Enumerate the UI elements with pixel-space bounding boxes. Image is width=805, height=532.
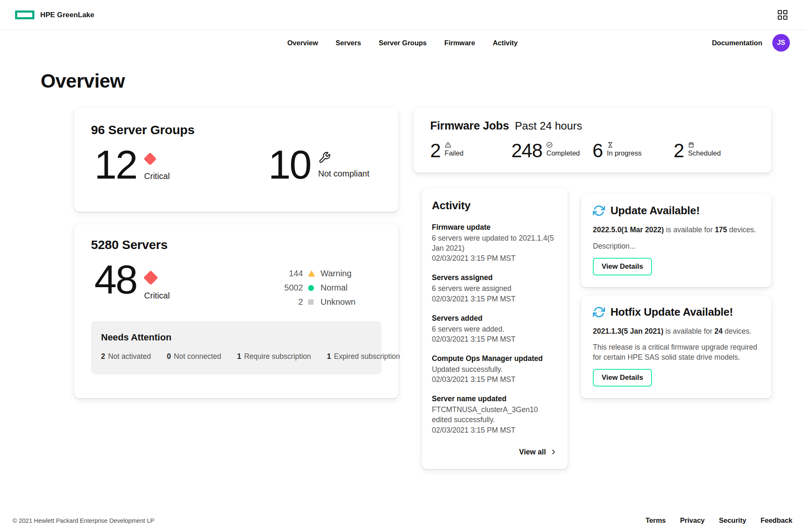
- critical-diamond-icon: [143, 270, 158, 285]
- refresh-icon: [593, 205, 605, 217]
- app-launcher-grid-icon[interactable]: [776, 8, 789, 21]
- activity-item-title: Compute Ops Manager updated: [432, 354, 558, 363]
- activity-card: Activity Firmware update 6 servers were …: [422, 188, 568, 469]
- scheduled-jobs-stat: 2 Scheduled: [674, 141, 755, 160]
- expired-subscription-stat: 1Expired subscription: [327, 352, 400, 361]
- chevron-right-icon: [550, 449, 557, 455]
- page-title: Overview: [41, 70, 771, 92]
- documentation-link[interactable]: Documentation: [712, 39, 762, 47]
- main-nav: Overview Servers Server Groups Firmware …: [0, 30, 805, 55]
- needs-attention-panel: Needs Attention 2Not activated 0Not conn…: [91, 321, 382, 374]
- grid-square-icon: [783, 16, 787, 20]
- hotfix-device-count: 24: [714, 327, 722, 335]
- nav-tab-overview[interactable]: Overview: [287, 39, 318, 47]
- feedback-link[interactable]: Feedback: [761, 516, 792, 524]
- nav-tab-activity[interactable]: Activity: [493, 39, 518, 47]
- update-availability-line: 2022.5.0(1 Mar 2022) is available for 17…: [593, 225, 760, 235]
- require-subscription-label: Require subscription: [244, 352, 311, 361]
- firmware-jobs-card: Firmware Jobs Past 24 hours 2 Failed 248: [413, 108, 771, 173]
- activity-item-timestamp: 02/03/2021 3:15 PM MST: [432, 294, 558, 304]
- view-all-link[interactable]: View all: [518, 445, 558, 459]
- normal-circle-icon: [308, 285, 314, 291]
- update-available-card: Update Available! 2022.5.0(1 Mar 2022) i…: [581, 194, 771, 287]
- warning-count: 144: [284, 269, 303, 278]
- not-connected-count: 0: [167, 352, 171, 361]
- failed-jobs-label: Failed: [445, 149, 464, 157]
- warning-label: Warning: [321, 269, 356, 278]
- check-circle-icon: [546, 142, 553, 148]
- update-card-title: Update Available!: [610, 204, 700, 217]
- nav-tab-server-groups[interactable]: Server Groups: [379, 39, 427, 47]
- failed-jobs-stat: 2 Failed: [430, 141, 512, 160]
- not-compliant-stat: 10 Not compliant: [268, 147, 369, 182]
- critical-servers-label: Critical: [144, 291, 170, 301]
- alert-triangle-icon: [445, 142, 451, 148]
- view-details-button[interactable]: View Details: [593, 258, 652, 275]
- require-subscription-stat: 1Require subscription: [237, 352, 311, 361]
- nav-tab-servers[interactable]: Servers: [336, 39, 361, 47]
- update-devices-text: devices.: [727, 226, 756, 234]
- activity-item: Compute Ops Manager updated Updated succ…: [432, 354, 558, 384]
- completed-jobs-count: 248: [512, 141, 543, 160]
- activity-title: Activity: [432, 199, 558, 212]
- hourglass-icon: [607, 142, 613, 148]
- terms-link[interactable]: Terms: [646, 516, 666, 524]
- hotfix-avail-text: is available for: [663, 327, 714, 335]
- activity-item-title: Firmware update: [432, 223, 558, 232]
- normal-label: Normal: [321, 283, 356, 293]
- activity-item-title: Servers added: [432, 314, 558, 323]
- critical-groups-stat: 12 Critical: [94, 147, 170, 182]
- calendar-icon: [688, 142, 694, 148]
- unknown-count: 2: [284, 297, 303, 307]
- activity-item: Servers added 6 servers were added. 02/0…: [432, 314, 558, 344]
- activity-item-description: Updated successfully.: [432, 364, 558, 374]
- activity-item-title: Servers assigned: [432, 273, 558, 282]
- hpe-greenlake-brand[interactable]: HPE GreenLake: [15, 10, 94, 19]
- update-device-count: 175: [715, 226, 727, 234]
- firmware-jobs-subtitle: Past 24 hours: [515, 119, 582, 132]
- critical-servers-stat: 48 Critical: [94, 262, 170, 307]
- critical-diamond-icon: [143, 152, 156, 165]
- privacy-link[interactable]: Privacy: [680, 516, 705, 524]
- expired-subscription-label: Expired subscription: [334, 352, 400, 361]
- nav-tab-firmware[interactable]: Firmware: [444, 39, 475, 47]
- hotfix-version: 2021.1.3(5 Jan 2021): [593, 327, 663, 335]
- server-status-list: 144 Warning 5002 Normal 2 Unknown: [284, 262, 356, 307]
- hotfix-description: This release is a critical firmware upgr…: [593, 342, 760, 362]
- user-avatar[interactable]: JS: [772, 34, 790, 52]
- activity-item-title: Server name updated: [432, 394, 558, 403]
- needs-attention-title: Needs Attention: [101, 332, 371, 343]
- server-groups-card: 96 Server Groups 12 Critical 10 Not c: [74, 108, 398, 212]
- critical-groups-label: Critical: [144, 171, 170, 181]
- servers-card-title: 5280 Servers: [91, 238, 382, 252]
- security-link[interactable]: Security: [719, 516, 746, 524]
- view-details-button[interactable]: View Details: [593, 369, 652, 387]
- avatar-initials: JS: [777, 39, 785, 47]
- critical-servers-count: 48: [94, 262, 137, 307]
- activity-item-timestamp: 02/03/2021 3:15 PM MST: [432, 374, 558, 384]
- in-progress-jobs-stat: 6 In progress: [592, 141, 674, 160]
- not-compliant-label: Not compliant: [318, 169, 369, 179]
- not-activated-stat: 2Not activated: [101, 352, 151, 361]
- copyright-text: © 2021 Hewlett Packard Enterprise Develo…: [13, 517, 154, 524]
- in-progress-jobs-count: 6: [592, 141, 603, 160]
- critical-groups-count: 12: [94, 147, 137, 182]
- top-bar: HPE GreenLake: [0, 0, 805, 30]
- brand-name: HPE GreenLake: [40, 11, 94, 19]
- hotfix-devices-text: devices.: [722, 327, 751, 335]
- not-connected-stat: 0Not connected: [167, 352, 221, 361]
- not-activated-count: 2: [101, 352, 105, 361]
- wrench-icon: [318, 151, 331, 164]
- not-compliant-count: 10: [268, 147, 311, 182]
- activity-item-description: 6 servers were assigned: [432, 283, 558, 293]
- normal-count: 5002: [284, 283, 303, 293]
- grid-square-icon: [778, 10, 782, 14]
- activity-item: Servers assigned 6 servers were assigned…: [432, 273, 558, 304]
- footer-links: Terms Privacy Security Feedback: [646, 516, 792, 524]
- warning-triangle-icon: [308, 270, 315, 277]
- view-all-label: View all: [519, 448, 546, 457]
- activity-item-description: 6 servers were added.: [432, 324, 558, 334]
- unknown-square-icon: [308, 299, 314, 305]
- server-groups-card-title: 96 Server Groups: [91, 123, 382, 137]
- completed-jobs-stat: 248 Completed: [512, 141, 593, 160]
